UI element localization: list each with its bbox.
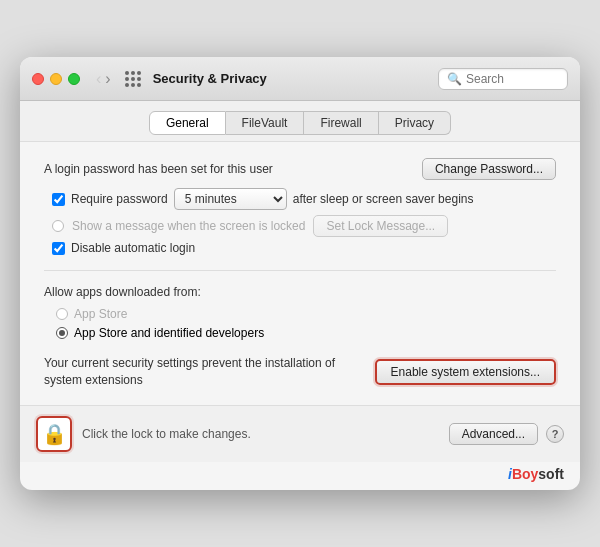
help-button[interactable]: ? — [546, 425, 564, 443]
radio-app-store-identified-label: App Store and identified developers — [74, 326, 264, 340]
radio-app-store-row: App Store — [56, 307, 556, 321]
tab-filevault[interactable]: FileVault — [226, 111, 305, 135]
brand-soft: soft — [538, 466, 564, 482]
login-password-section: A login password has been set for this u… — [44, 158, 556, 180]
back-arrow-icon[interactable]: ‹ — [96, 71, 101, 87]
show-message-checkbox-disabled — [52, 220, 64, 232]
advanced-button[interactable]: Advanced... — [449, 423, 538, 445]
search-input[interactable] — [466, 72, 559, 86]
require-password-select[interactable]: 5 minutes immediately 1 minute 15 minute… — [174, 188, 287, 210]
tab-privacy[interactable]: Privacy — [379, 111, 451, 135]
nav-arrows: ‹ › — [96, 71, 111, 87]
brand-boy: Boy — [512, 466, 538, 482]
tabs-bar: General FileVault Firewall Privacy — [20, 101, 580, 142]
require-password-row: Require password 5 minutes immediately 1… — [52, 188, 556, 210]
lock-icon-wrapper[interactable]: 🔒 — [36, 416, 72, 452]
radio-app-store-button[interactable] — [56, 308, 68, 320]
after-sleep-label: after sleep or screen saver begins — [293, 192, 474, 206]
forward-arrow-icon[interactable]: › — [105, 71, 110, 87]
tab-general[interactable]: General — [149, 111, 226, 135]
branding: iBoysoft — [20, 462, 580, 490]
divider-1 — [44, 270, 556, 271]
radio-app-store-identified-row: App Store and identified developers — [56, 326, 556, 340]
change-password-button[interactable]: Change Password... — [422, 158, 556, 180]
bottom-right-controls: Advanced... ? — [449, 423, 564, 445]
close-button[interactable] — [32, 73, 44, 85]
search-box[interactable]: 🔍 — [438, 68, 568, 90]
bottom-bar: 🔒 Click the lock to make changes. Advanc… — [20, 405, 580, 462]
require-password-label: Require password — [71, 192, 168, 206]
lock-icon: 🔒 — [42, 422, 67, 446]
minimize-button[interactable] — [50, 73, 62, 85]
lock-text: Click the lock to make changes. — [82, 427, 439, 441]
maximize-button[interactable] — [68, 73, 80, 85]
radio-app-store-identified-button[interactable] — [56, 327, 68, 339]
disable-autologin-checkbox[interactable] — [52, 242, 65, 255]
enable-system-ext-button[interactable]: Enable system extensions... — [375, 359, 556, 385]
search-icon: 🔍 — [447, 72, 462, 86]
require-password-checkbox[interactable] — [52, 193, 65, 206]
grid-icon — [125, 71, 141, 87]
titlebar: ‹ › Security & Privacy 🔍 — [20, 57, 580, 101]
traffic-lights — [32, 73, 80, 85]
content-area: A login password has been set for this u… — [20, 142, 580, 405]
allow-apps-section: Allow apps downloaded from: App Store Ap… — [44, 285, 556, 345]
allow-apps-title: Allow apps downloaded from: — [44, 285, 556, 299]
window-title: Security & Privacy — [153, 71, 430, 86]
system-ext-row: Your current security settings prevent t… — [44, 355, 556, 389]
disable-autologin-row: Disable automatic login — [52, 241, 556, 255]
show-message-label: Show a message when the screen is locked — [72, 219, 305, 233]
radio-app-store-label: App Store — [74, 307, 127, 321]
system-ext-text: Your current security settings prevent t… — [44, 355, 359, 389]
set-lock-message-button: Set Lock Message... — [313, 215, 448, 237]
main-window: ‹ › Security & Privacy 🔍 General FileVau… — [20, 57, 580, 490]
disable-autologin-label: Disable automatic login — [71, 241, 195, 255]
login-password-text: A login password has been set for this u… — [44, 162, 273, 176]
tab-firewall[interactable]: Firewall — [304, 111, 378, 135]
show-message-row: Show a message when the screen is locked… — [52, 215, 556, 237]
